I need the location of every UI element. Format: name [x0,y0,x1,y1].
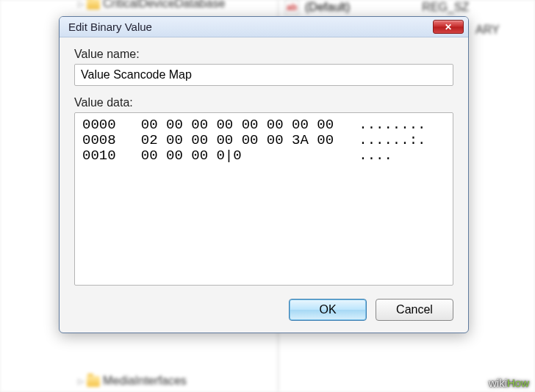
watermark-suffix: How [507,377,529,389]
close-button[interactable]: ✕ [433,20,464,34]
registry-value-row[interactable]: ARY [470,22,506,38]
tree-item[interactable]: ▷ CriticalDeviceDatabase [78,0,225,12]
registry-value-name: (Default) [305,1,350,14]
cancel-button[interactable]: Cancel [376,299,453,321]
dialog-title: Edit Binary Value [68,21,433,33]
value-name-input[interactable] [74,64,453,86]
edit-binary-dialog: Edit Binary Value ✕ Value name: Value da… [59,16,469,333]
value-data-label: Value data: [74,96,453,109]
registry-value-row[interactable]: ab (Default) REG_SZ [279,0,475,16]
folder-icon [87,376,100,387]
tree-item[interactable]: ▷ MediaInterfaces [78,373,187,389]
expand-arrow-icon[interactable]: ▷ [78,377,84,386]
dialog-button-row: OK Cancel [74,299,453,321]
hex-editor[interactable]: 0000 00 00 00 00 00 00 00 00 ........ 00… [74,112,453,286]
tree-item-label: CriticalDeviceDatabase [103,0,225,10]
registry-value-type: ARY [475,23,500,37]
dialog-body: Value name: Value data: 0000 00 00 00 00… [60,37,468,333]
dialog-titlebar[interactable]: Edit Binary Value ✕ [60,17,468,37]
ok-button[interactable]: OK [289,299,367,321]
expand-arrow-icon[interactable]: ▷ [78,0,84,9]
folder-icon [87,0,100,10]
string-value-icon: ab [284,0,299,15]
registry-value-type: REG_SZ [422,1,469,14]
value-name-label: Value name: [74,48,453,61]
watermark: wikiHow [489,377,529,389]
close-icon: ✕ [445,22,452,32]
tree-item-label: MediaInterfaces [103,374,187,388]
watermark-prefix: wiki [489,377,507,389]
